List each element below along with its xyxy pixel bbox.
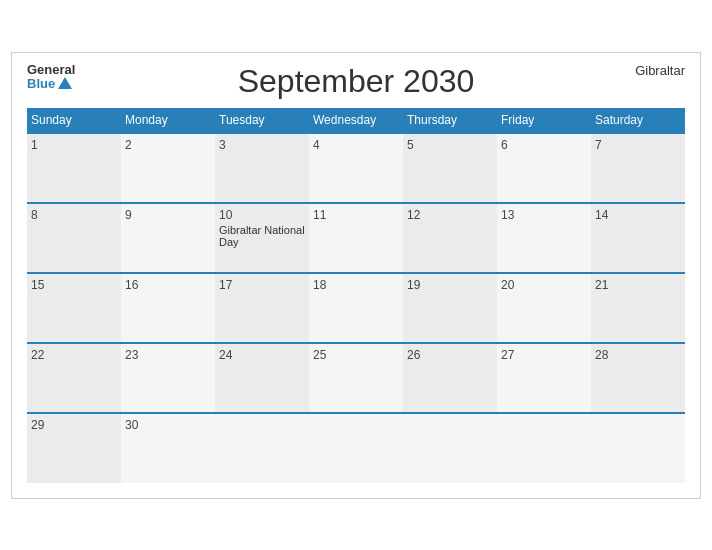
week-row-2: 15161718192021 bbox=[27, 273, 685, 343]
day-number: 13 bbox=[501, 208, 587, 222]
calendar-cell: 8 bbox=[27, 203, 121, 273]
logo-general-text: General bbox=[27, 63, 75, 77]
week-row-0: 1234567 bbox=[27, 133, 685, 203]
calendar-cell: 27 bbox=[497, 343, 591, 413]
header-monday: Monday bbox=[121, 108, 215, 133]
calendar-cell bbox=[215, 413, 309, 483]
calendar-cell: 7 bbox=[591, 133, 685, 203]
day-number: 9 bbox=[125, 208, 211, 222]
day-number: 28 bbox=[595, 348, 681, 362]
calendar-header: General Blue September 2030 Gibraltar bbox=[27, 63, 685, 100]
calendar-cell: 11 bbox=[309, 203, 403, 273]
day-number: 15 bbox=[31, 278, 117, 292]
header-friday: Friday bbox=[497, 108, 591, 133]
day-number: 22 bbox=[31, 348, 117, 362]
day-number: 25 bbox=[313, 348, 399, 362]
calendar-cell: 4 bbox=[309, 133, 403, 203]
day-number: 7 bbox=[595, 138, 681, 152]
calendar-cell: 20 bbox=[497, 273, 591, 343]
calendar-cell: 29 bbox=[27, 413, 121, 483]
day-number: 21 bbox=[595, 278, 681, 292]
header-saturday: Saturday bbox=[591, 108, 685, 133]
calendar-cell: 24 bbox=[215, 343, 309, 413]
day-number: 4 bbox=[313, 138, 399, 152]
calendar-cell: 2 bbox=[121, 133, 215, 203]
calendar-cell: 5 bbox=[403, 133, 497, 203]
day-number: 14 bbox=[595, 208, 681, 222]
calendar-cell: 16 bbox=[121, 273, 215, 343]
day-number: 27 bbox=[501, 348, 587, 362]
calendar-cell: 18 bbox=[309, 273, 403, 343]
calendar-cell: 28 bbox=[591, 343, 685, 413]
calendar-cell: 3 bbox=[215, 133, 309, 203]
day-number: 1 bbox=[31, 138, 117, 152]
header-tuesday: Tuesday bbox=[215, 108, 309, 133]
calendar-cell: 13 bbox=[497, 203, 591, 273]
calendar-cell bbox=[591, 413, 685, 483]
calendar-cell: 10Gibraltar National Day bbox=[215, 203, 309, 273]
calendar-cell: 30 bbox=[121, 413, 215, 483]
header-thursday: Thursday bbox=[403, 108, 497, 133]
calendar-cell bbox=[497, 413, 591, 483]
day-number: 19 bbox=[407, 278, 493, 292]
day-number: 23 bbox=[125, 348, 211, 362]
day-number: 6 bbox=[501, 138, 587, 152]
day-number: 17 bbox=[219, 278, 305, 292]
day-number: 3 bbox=[219, 138, 305, 152]
calendar-cell: 9 bbox=[121, 203, 215, 273]
calendar-cell: 12 bbox=[403, 203, 497, 273]
calendar-cell: 23 bbox=[121, 343, 215, 413]
country-label: Gibraltar bbox=[635, 63, 685, 78]
day-number: 10 bbox=[219, 208, 305, 222]
calendar-cell bbox=[309, 413, 403, 483]
header-sunday: Sunday bbox=[27, 108, 121, 133]
day-number: 12 bbox=[407, 208, 493, 222]
day-number: 2 bbox=[125, 138, 211, 152]
calendar-cell bbox=[403, 413, 497, 483]
week-row-1: 8910Gibraltar National Day11121314 bbox=[27, 203, 685, 273]
calendar-cell: 15 bbox=[27, 273, 121, 343]
week-row-4: 2930 bbox=[27, 413, 685, 483]
calendar-cell: 26 bbox=[403, 343, 497, 413]
day-number: 20 bbox=[501, 278, 587, 292]
event-label: Gibraltar National Day bbox=[219, 224, 305, 248]
calendar-cell: 25 bbox=[309, 343, 403, 413]
calendar-title: September 2030 bbox=[238, 63, 475, 100]
logo: General Blue bbox=[27, 63, 75, 92]
day-number: 26 bbox=[407, 348, 493, 362]
day-number: 11 bbox=[313, 208, 399, 222]
day-number: 5 bbox=[407, 138, 493, 152]
calendar-container: General Blue September 2030 Gibraltar Su… bbox=[11, 52, 701, 499]
day-number: 16 bbox=[125, 278, 211, 292]
logo-triangle-icon bbox=[58, 77, 72, 89]
calendar-cell: 19 bbox=[403, 273, 497, 343]
weekday-header-row: Sunday Monday Tuesday Wednesday Thursday… bbox=[27, 108, 685, 133]
logo-blue-text: Blue bbox=[27, 77, 72, 91]
calendar-cell: 21 bbox=[591, 273, 685, 343]
day-number: 30 bbox=[125, 418, 211, 432]
calendar-cell: 17 bbox=[215, 273, 309, 343]
week-row-3: 22232425262728 bbox=[27, 343, 685, 413]
calendar-cell: 1 bbox=[27, 133, 121, 203]
calendar-cell: 14 bbox=[591, 203, 685, 273]
day-number: 18 bbox=[313, 278, 399, 292]
day-number: 8 bbox=[31, 208, 117, 222]
header-wednesday: Wednesday bbox=[309, 108, 403, 133]
day-number: 29 bbox=[31, 418, 117, 432]
day-number: 24 bbox=[219, 348, 305, 362]
calendar-table: Sunday Monday Tuesday Wednesday Thursday… bbox=[27, 108, 685, 483]
calendar-cell: 22 bbox=[27, 343, 121, 413]
calendar-cell: 6 bbox=[497, 133, 591, 203]
